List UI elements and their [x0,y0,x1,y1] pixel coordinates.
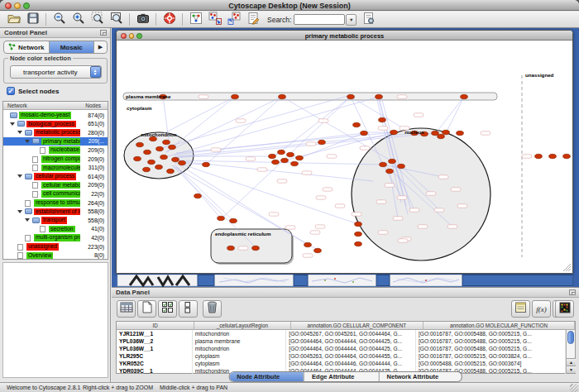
graph-node[interactable] [314,248,322,252]
graph-node[interactable] [150,136,157,141]
search-options-button[interactable] [359,12,378,27]
graph-node[interactable] [287,152,294,156]
graph-node[interactable] [203,162,210,166]
tree-row[interactable]: mosaic-demo-yeast874(0) [3,111,108,120]
window-resize-grip-icon[interactable] [570,384,578,392]
graph-node[interactable] [389,159,396,163]
graph-node[interactable] [194,194,202,198]
graph-node[interactable] [281,158,289,162]
graph-node[interactable] [232,94,239,98]
graph-node[interactable] [227,246,235,250]
graph-node[interactable] [172,157,179,161]
table-cell[interactable]: mitochondrion [193,330,286,337]
graph-node[interactable] [376,94,383,98]
zoom-selected-button[interactable] [88,12,107,27]
graph-node[interactable] [296,155,304,160]
table-cell[interactable]: [GO:0016787, GO:0005488, GO:0005215, G..… [416,345,566,352]
graph-node[interactable] [347,94,355,98]
table-cell[interactable]: YPL036W__2 [117,337,193,345]
table-row[interactable]: YJR121W__1mitochondrion[GO:0045267, GO:0… [117,330,566,337]
graph-node[interactable] [535,154,543,158]
search-dropdown-button[interactable]: ▼ [346,14,356,26]
graph-node[interactable] [179,160,186,165]
tab-edge-attribute-browser[interactable]: Edge Attribute Browser [304,372,380,381]
table-cell[interactable]: [GO:0044464, GO:0044444, GO:0044425, G..… [286,345,416,352]
graph-node[interactable] [563,154,571,158]
function-builder-button[interactable]: f(x) [532,300,551,318]
tree-row[interactable]: primary metabo209(... [3,137,108,146]
tree-row[interactable]: unassigned223(0) [3,242,108,251]
tree-row[interactable]: multi-organism pro42(0) [3,233,108,242]
graph-node[interactable] [252,246,260,250]
expander-icon[interactable] [17,210,22,213]
window-titlebar[interactable]: Cytoscape Desktop (New Session) [0,0,579,11]
tree-row[interactable]: establishment of lo558(0) [3,208,108,217]
tree-header[interactable]: Network Nodes [3,102,108,110]
scroll-up-button[interactable]: ▲ [567,358,576,366]
column-header[interactable]: annotation.GO MOLECULAR_FUNCTION [423,322,575,329]
graph-node[interactable] [134,156,141,160]
graph-node[interactable] [355,241,362,246]
graph-node[interactable] [443,130,450,134]
zoom-in-button[interactable] [69,12,88,27]
expander-icon[interactable] [25,140,30,143]
table-cell[interactable]: cytoplasm [193,352,286,360]
column-header[interactable]: ID [117,322,194,329]
table-cell[interactable]: [GO:0005488, GO:0005215, GO:0003674] [416,360,566,367]
graph-node[interactable] [398,164,405,168]
graph-node[interactable] [156,146,164,151]
graph-node[interactable] [380,162,387,166]
background-windows[interactable] [112,275,579,287]
graph-node[interactable] [218,216,225,220]
unselect-attributes-button[interactable] [179,300,198,318]
table-cell[interactable]: [GO:0016787, GO:0005488, GO:0005215, G..… [416,330,566,337]
table-cell[interactable]: [GO:0016787, GO:0005488, GO:0005215, G..… [416,337,566,345]
graph-node[interactable] [386,169,394,173]
table-row[interactable]: YPL036W__1mitochondrion[GO:0044464, GO:0… [117,345,566,352]
zoom-fit-button[interactable] [107,12,126,27]
graph-node[interactable] [361,131,368,135]
float-panel-icon[interactable] [100,30,107,36]
graph-node[interactable] [549,154,557,158]
network-window-titlebar[interactable]: primary metabolic process [117,31,572,41]
column-header[interactable]: _cellularLayoutRegion [194,322,290,329]
table-cell[interactable]: plasma membrane [193,337,286,345]
table-scrollbar[interactable]: ▲ ▼ [566,330,575,373]
new-attribute-button[interactable] [137,300,156,318]
network-view-window[interactable]: primary metabolic process plasma membran… [116,30,573,274]
graph-node[interactable] [438,134,445,138]
graph-node[interactable] [269,154,276,158]
graph-node[interactable] [432,131,439,135]
network-canvas[interactable]: plasma membranecytoplasmmitochondrionnuc… [117,41,572,273]
graph-node[interactable] [272,160,280,164]
table-cell[interactable]: [GO:0045263, GO:0044464, GO:0044455, G..… [286,352,416,360]
tree-row[interactable]: cellular process614(0) [3,172,108,181]
select-nodes-checkbox[interactable]: ✓ [7,87,15,95]
tree-row[interactable]: cell communicat22(0) [3,189,108,198]
graph-node[interactable] [163,140,170,144]
table-row[interactable]: YKR052Ccytoplasm[GO:0044464, GO:0044446,… [117,360,566,367]
graph-node[interactable] [318,140,326,144]
graph-node[interactable] [355,232,362,236]
table-cell[interactable]: cytoplasm [193,360,286,367]
search-input[interactable] [294,14,345,25]
node-color-dropdown[interactable]: transporter activity ▲▼ [10,65,102,79]
scrollbar-thumb[interactable] [567,331,574,344]
table-cell[interactable]: YLR295C [117,352,193,360]
table-cell[interactable]: [GO:0045267, GO:0045261, GO:0044464, G..… [286,330,416,337]
graph-node[interactable] [457,131,464,135]
table-cell[interactable]: [GO:0044464, GO:0044446, GO:0044444, G..… [286,360,416,367]
table-cell[interactable]: mitochondrion [193,345,286,352]
tree-row[interactable]: nitrogen compo209(0) [3,155,108,164]
graph-node[interactable] [143,167,151,171]
graph-node[interactable] [461,94,468,98]
table-cell[interactable]: [GO:0016787, GO:0005215, GO:0003824, G..… [416,352,566,360]
expander-icon[interactable] [25,218,30,222]
column-header[interactable]: annotation.GO CELLULAR_COMPONENT [291,322,424,329]
graph-node[interactable] [148,160,156,164]
tree-row[interactable]: macromolecule311(0) [3,164,108,173]
attribute-matrix-button[interactable] [555,300,574,318]
graph-node[interactable] [156,165,163,169]
table-row[interactable]: YPL036W__2plasma membrane[GO:0044464, GO… [117,337,566,345]
save-button[interactable] [23,12,42,27]
